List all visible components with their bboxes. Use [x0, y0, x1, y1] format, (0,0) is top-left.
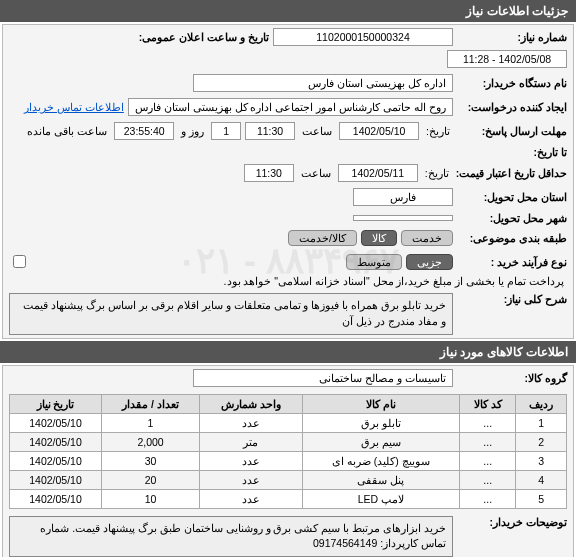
- pill-goods-service[interactable]: کالا/خدمت: [288, 230, 357, 246]
- announce-value: 1402/05/08 - 11:28: [447, 50, 567, 68]
- cell-name: سیم برق: [302, 432, 459, 451]
- buyer-value: اداره کل بهزیستی استان فارس: [193, 74, 453, 92]
- th-qty: تعداد / مقدار: [102, 394, 200, 413]
- treasury-checkbox[interactable]: [13, 255, 26, 268]
- date-label-1: تاریخ:: [426, 125, 450, 137]
- cell-n: 3: [516, 451, 567, 470]
- cell-name: لامپ LED: [302, 489, 459, 508]
- cell-date: 1402/05/10: [10, 432, 102, 451]
- requester-value: روح اله حاتمی کارشناس امور اجتماعی اداره…: [128, 98, 453, 116]
- cell-n: 4: [516, 470, 567, 489]
- contact-link[interactable]: اطلاعات تماس خریدار: [24, 101, 124, 113]
- table-row: 3...سوییچ (کلید) ضربه ایعدد301402/05/10: [10, 451, 567, 470]
- reply-date: 1402/05/10: [339, 122, 419, 140]
- pill-goods[interactable]: کالا: [361, 230, 397, 246]
- buyer-note: خرید ابزارهای مرتبط با سیم کشی برق و روش…: [9, 516, 453, 558]
- table-row: 5...لامپ LEDعدد101402/05/10: [10, 489, 567, 508]
- th-row: ردیف: [516, 394, 567, 413]
- cell-n: 1: [516, 413, 567, 432]
- cell-n: 2: [516, 432, 567, 451]
- cell-n: 5: [516, 489, 567, 508]
- cell-name: سوییچ (کلید) ضربه ای: [302, 451, 459, 470]
- announce-label: تاریخ و ساعت اعلان عمومی:: [109, 31, 269, 43]
- cell-unit: عدد: [200, 451, 303, 470]
- pill-service[interactable]: خدمت: [401, 230, 453, 246]
- reply-deadline-label: مهلت ارسال پاسخ:: [457, 125, 567, 137]
- remaining-time: 23:55:40: [114, 122, 174, 140]
- delivery-city: [353, 215, 453, 221]
- buyer-label: نام دستگاه خریدار:: [457, 77, 567, 89]
- process-label: نوع فرآیند خرید :: [457, 256, 567, 268]
- cell-code: ...: [460, 451, 516, 470]
- need-desc-label: شرح کلی نیاز:: [457, 293, 567, 305]
- cell-code: ...: [460, 470, 516, 489]
- price-time: 11:30: [244, 164, 294, 182]
- remaining-label: ساعت باقی مانده: [27, 125, 107, 137]
- cell-code: ...: [460, 413, 516, 432]
- cell-qty: 10: [102, 489, 200, 508]
- reply-time: 11:30: [245, 122, 295, 140]
- day-label: روز و: [181, 125, 204, 137]
- cell-date: 1402/05/10: [10, 489, 102, 508]
- items-header: اطلاعات کالاهای مورد نیاز: [0, 341, 576, 363]
- time-label-1: ساعت: [302, 125, 332, 137]
- table-row: 4...پنل سقفیعدد201402/05/10: [10, 470, 567, 489]
- need-desc: خرید تابلو برق همراه با فیوزها و تمامی م…: [9, 293, 453, 335]
- cell-unit: متر: [200, 432, 303, 451]
- th-code: کد کالا: [460, 394, 516, 413]
- cell-unit: عدد: [200, 413, 303, 432]
- pill-medium[interactable]: متوسط: [346, 254, 402, 270]
- cell-date: 1402/05/10: [10, 470, 102, 489]
- cell-qty: 2,000: [102, 432, 200, 451]
- to-date-label: تا تاریخ:: [457, 146, 567, 158]
- cell-date: 1402/05/10: [10, 413, 102, 432]
- day-count: 1: [211, 122, 241, 140]
- cell-qty: 20: [102, 470, 200, 489]
- subject-class-label: طبقه بندی موضوعی:: [457, 232, 567, 244]
- page-title: جزئیات اطلاعات نیاز: [0, 0, 576, 22]
- time-label-2: ساعت: [301, 167, 331, 179]
- cell-date: 1402/05/10: [10, 451, 102, 470]
- pill-minor[interactable]: جزیی: [406, 254, 453, 270]
- delivery-prov: فارس: [353, 188, 453, 206]
- table-row: 1...تابلو برقعدد11402/05/10: [10, 413, 567, 432]
- cell-name: تابلو برق: [302, 413, 459, 432]
- need-no-value: 1102000150000324: [273, 28, 453, 46]
- requester-label: ایجاد کننده درخواست:: [457, 101, 567, 113]
- payment-note: پرداخت تمام یا بخشی از مبلغ خرید،از محل …: [224, 275, 564, 287]
- cell-code: ...: [460, 432, 516, 451]
- group-label: گروه کالا:: [457, 372, 567, 384]
- th-unit: واحد شمارش: [200, 394, 303, 413]
- buyer-note-label: توضیحات خریدار:: [457, 516, 567, 528]
- price-valid-label: حداقل تاریخ اعتبار قیمت:: [456, 167, 567, 179]
- cell-unit: عدد: [200, 489, 303, 508]
- date-label-2: تاریخ:: [425, 167, 449, 179]
- need-no-label: شماره نیاز:: [457, 31, 567, 43]
- cell-name: پنل سقفی: [302, 470, 459, 489]
- cell-qty: 1: [102, 413, 200, 432]
- delivery-prov-label: استان محل تحویل:: [457, 191, 567, 203]
- table-row: 2...سیم برقمتر2,0001402/05/10: [10, 432, 567, 451]
- cell-code: ...: [460, 489, 516, 508]
- price-date: 1402/05/11: [338, 164, 418, 182]
- th-name: نام کالا: [302, 394, 459, 413]
- group-value: تاسیسات و مصالح ساختمانی: [193, 369, 453, 387]
- items-table: ردیف کد کالا نام کالا واحد شمارش تعداد /…: [9, 394, 567, 509]
- delivery-city-label: شهر محل تحویل:: [457, 212, 567, 224]
- th-date: تاریخ نیاز: [10, 394, 102, 413]
- cell-qty: 30: [102, 451, 200, 470]
- cell-unit: عدد: [200, 470, 303, 489]
